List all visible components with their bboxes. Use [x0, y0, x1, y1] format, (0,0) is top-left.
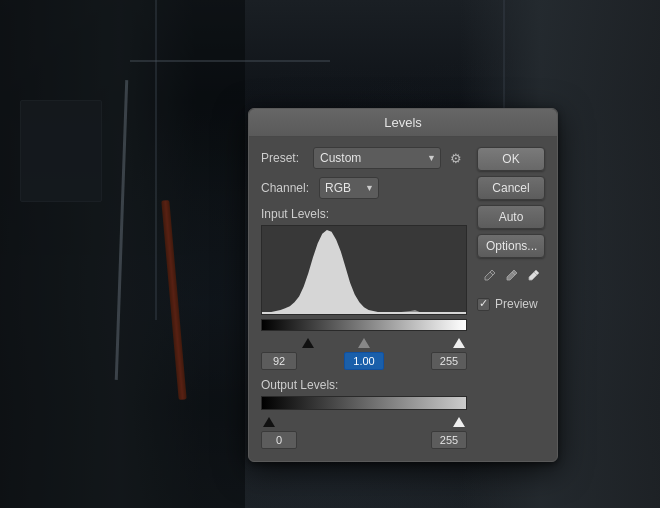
auto-button[interactable]: Auto: [477, 205, 545, 229]
input-mid-value[interactable]: [344, 352, 384, 370]
preview-label: Preview: [495, 297, 538, 311]
black-eyedropper-button[interactable]: [480, 267, 498, 288]
white-point-slider[interactable]: [453, 338, 465, 348]
channel-row: Channel: RGB ▼: [261, 177, 467, 199]
gear-button[interactable]: ⚙: [445, 149, 467, 168]
dialog-left-panel: Preset: Custom ▼ ⚙ Channel: RGB: [261, 147, 467, 449]
output-levels-label: Output Levels:: [261, 378, 467, 392]
wire-decoration: [130, 60, 330, 62]
gray-eyedropper-icon: [504, 269, 518, 283]
input-black-value[interactable]: [261, 352, 297, 370]
histogram-svg: [262, 226, 466, 314]
output-slider-row: [261, 413, 467, 427]
channel-label: Channel:: [261, 181, 319, 195]
options-button[interactable]: Options...: [477, 234, 545, 258]
eyedropper-row: [477, 267, 545, 288]
input-slider-row: [261, 334, 467, 348]
output-black-value[interactable]: [261, 431, 297, 449]
ok-button[interactable]: OK: [477, 147, 545, 171]
svg-rect-0: [262, 226, 466, 314]
output-white-value[interactable]: [431, 431, 467, 449]
gray-eyedropper-button[interactable]: [502, 267, 520, 288]
output-gradient-bar: [261, 396, 467, 410]
output-section: Output Levels:: [261, 378, 467, 449]
input-gradient-bar: [261, 319, 467, 331]
building-edge: [155, 0, 157, 320]
input-levels-label: Input Levels:: [261, 207, 467, 221]
preview-row: Preview: [477, 297, 545, 311]
levels-dialog: Levels Preset: Custom ▼ ⚙ Channe: [248, 108, 558, 462]
output-values-row: [261, 431, 467, 449]
mid-point-slider[interactable]: [358, 338, 370, 348]
dialog-body: Preset: Custom ▼ ⚙ Channel: RGB: [249, 137, 557, 461]
output-white-slider[interactable]: [453, 417, 465, 427]
preview-checkbox[interactable]: [477, 298, 490, 311]
preset-label: Preset:: [261, 151, 313, 165]
dialog-right-panel: OK Cancel Auto Options...: [477, 147, 545, 449]
preset-select-wrap: Custom ▼: [313, 147, 441, 169]
histogram: [261, 225, 467, 315]
input-white-value[interactable]: [431, 352, 467, 370]
white-eyedropper-button[interactable]: [524, 267, 542, 288]
cancel-button[interactable]: Cancel: [477, 176, 545, 200]
preset-select[interactable]: Custom: [313, 147, 441, 169]
dialog-title-bar: Levels: [249, 109, 557, 137]
dialog-title: Levels: [384, 115, 422, 130]
black-eyedropper-icon: [482, 269, 496, 283]
input-values-row: [261, 352, 467, 370]
channel-select[interactable]: RGB: [319, 177, 379, 199]
dialog-content: Preset: Custom ▼ ⚙ Channel: RGB: [261, 147, 545, 449]
left-overlay: [0, 0, 245, 508]
white-eyedropper-icon: [526, 269, 540, 283]
output-black-slider[interactable]: [263, 417, 275, 427]
preset-row: Preset: Custom ▼ ⚙: [261, 147, 467, 169]
black-point-slider[interactable]: [302, 338, 314, 348]
channel-select-wrap: RGB ▼: [319, 177, 379, 199]
